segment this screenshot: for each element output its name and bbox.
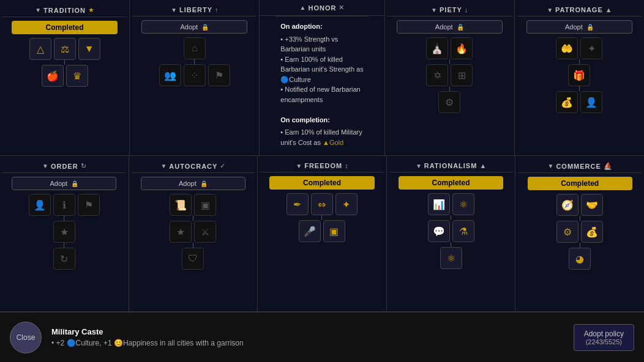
commerce-star: ⛵	[604, 162, 612, 170]
honor-arrow: ▲	[300, 4, 306, 11]
bottom-bar: Close Military Caste • +2 🔵Culture, +1 😊…	[0, 312, 644, 362]
panel-piety: ▼ PIETY ↓ Adopt 🔒 ⛪ 🔥 ✡ ⊞	[385, 0, 515, 155]
freedom-icon-box: ▣	[323, 220, 345, 242]
commerce-tree: 🧭 🤝 ⚙ 💰 ◕	[518, 194, 642, 270]
liberty-lock-icon: 🔒	[201, 24, 209, 31]
freedom-icon-mic: 🎤	[299, 220, 321, 242]
autocracy-lock-icon: 🔒	[200, 180, 208, 187]
order-bottom-icons: ↻	[53, 248, 75, 270]
order-icon-info: ℹ	[53, 194, 75, 216]
happy-icon: 😊	[114, 339, 123, 347]
rationalism-icon-flask: ⚗	[452, 220, 474, 242]
culture-icon: 🔵	[67, 339, 76, 347]
commerce-completed-btn[interactable]: Completed	[528, 177, 632, 190]
policy-info: Military Caste • +2 🔵Culture, +1 😊Happin…	[51, 327, 564, 347]
patronage-vline2	[579, 86, 580, 91]
patronage-header: ▼ PATRONAGE ▲	[517, 4, 642, 17]
liberty-icon-people: 👥	[159, 64, 181, 86]
autocracy-adopt-btn[interactable]: Adopt 🔒	[141, 177, 245, 190]
tradition-icon-shield: ▼	[78, 38, 100, 60]
autocracy-top-icons: 📜 ▣	[170, 194, 216, 216]
piety-vline2	[449, 86, 450, 91]
liberty-icon-flag: ⚑	[208, 64, 230, 86]
freedom-icon-people: ⇔	[311, 193, 333, 215]
commerce-icon-compass: 🧭	[556, 194, 578, 216]
policy-name: Military Caste	[51, 327, 564, 336]
tradition-icon-pyramid: △	[29, 38, 51, 60]
piety-icon-star: ✡	[426, 64, 448, 86]
patronage-lock-icon: 🔒	[586, 24, 594, 31]
freedom-icon-network: ✦	[335, 193, 358, 215]
autocracy-icon-scroll: 📜	[170, 194, 192, 216]
close-button[interactable]: Close	[10, 322, 42, 353]
patronage-adopt-btn[interactable]: Adopt 🔒	[526, 20, 632, 34]
adopt-policy-button[interactable]: Adopt policy (2243/5525)	[574, 324, 634, 351]
rationalism-top-icons: 📊 ⚛	[428, 193, 474, 215]
order-adopt-label: Adopt	[50, 180, 67, 187]
patronage-tree: 🤲 ✦ 🎁 💰 👤	[517, 37, 642, 113]
autocracy-icon-star: ★	[170, 221, 192, 243]
rationalism-mid-icons: 💬 ⚗	[428, 220, 474, 242]
liberty-adopt-btn[interactable]: Adopt 🔒	[141, 20, 247, 34]
order-adopt-btn[interactable]: Adopt 🔒	[12, 177, 116, 190]
commerce-arrow: ▼	[548, 163, 554, 169]
tradition-star: ★	[88, 6, 94, 14]
piety-top-icons: ⛪ 🔥	[426, 37, 473, 59]
commerce-icon-handshake: 🤝	[581, 194, 603, 216]
liberty-title: LIBERTY	[179, 6, 212, 13]
adopt-policy-label: Adopt policy	[584, 330, 624, 338]
piety-star: ↓	[465, 6, 468, 13]
liberty-icon-dots: ⁘	[184, 64, 206, 86]
bottom-policy-row: ▼ ORDER ↻ Adopt 🔒 👤 ℹ ⚑ ★	[0, 156, 644, 312]
rationalism-header: ▼ RATIONALISM ▲	[389, 160, 513, 172]
piety-mid-icons: ✡ ⊞	[426, 64, 473, 86]
order-header: ▼ ORDER ↻	[2, 160, 126, 173]
rationalism-vline2	[451, 242, 451, 247]
autocracy-icon-shield: 🛡	[182, 248, 204, 270]
autocracy-icon-badge: ▣	[194, 194, 216, 216]
piety-icon-temple: ⛪	[426, 37, 448, 59]
tradition-title: TRADITION	[43, 7, 86, 14]
patronage-star: ▲	[605, 6, 612, 13]
freedom-arrow: ▼	[296, 163, 302, 169]
order-icon-person: 👤	[29, 194, 51, 216]
freedom-top-icons: ✒ ⇔ ✦	[286, 193, 358, 215]
policy-area: ▼ TRADITION ★ Completed △ ⚖ ▼ 🍎 ♛	[0, 0, 644, 312]
piety-icon-gear2: ⚙	[438, 91, 460, 113]
patronage-title: PATRONAGE	[555, 6, 603, 13]
panel-liberty: ▼ LIBERTY ↑ Adopt 🔒 ⌂ 👥 ⁘ ⚑	[130, 0, 260, 155]
commerce-bottom-icons: ◕	[569, 248, 591, 270]
autocracy-vline	[193, 216, 193, 221]
completion-title: On completion:	[280, 115, 363, 125]
commerce-icon-pie: ◕	[569, 248, 591, 270]
panel-tradition: ▼ TRADITION ★ Completed △ ⚖ ▼ 🍎 ♛	[0, 0, 130, 155]
freedom-completed-btn[interactable]: Completed	[269, 176, 374, 190]
tradition-completed-btn[interactable]: Completed	[12, 21, 118, 34]
patronage-icon-sparkle: ✦	[580, 37, 602, 59]
tradition-top-icons: △ ⚖ ▼	[29, 38, 100, 60]
rationalism-star: ▲	[479, 162, 486, 169]
tradition-vline	[64, 60, 65, 65]
freedom-icon-quill: ✒	[286, 193, 309, 215]
adopt-policy-cost: (2243/5525)	[584, 338, 624, 345]
rationalism-completed-btn[interactable]: Completed	[399, 176, 503, 190]
patronage-top-icons: 🤲 ✦	[556, 37, 602, 59]
top-policy-row: ▼ TRADITION ★ Completed △ ⚖ ▼ 🍎 ♛	[0, 0, 644, 156]
order-star: ↻	[81, 162, 86, 170]
honor-header: ▲ HONOR ✕	[260, 0, 384, 16]
autocracy-adopt-label: Adopt	[179, 180, 197, 187]
autocracy-vline2	[193, 243, 193, 248]
autocracy-title: AUTOCRACY	[169, 163, 217, 170]
liberty-star: ↑	[215, 6, 219, 13]
autocracy-icon-sword: ⚔	[194, 221, 216, 243]
piety-arrow: ▼	[431, 7, 437, 13]
piety-icon-grid: ⊞	[451, 64, 473, 86]
freedom-bottom-icons: 🎤 ▣	[299, 220, 345, 242]
liberty-top-icons: ⌂	[184, 37, 206, 59]
piety-adopt-btn[interactable]: Adopt 🔒	[397, 20, 503, 34]
rationalism-bottom-icons: ⚛	[440, 247, 462, 269]
panel-patronage: ▼ PATRONAGE ▲ Adopt 🔒 🤲 ✦ 🎁 💰	[515, 0, 644, 155]
autocracy-header: ▼ AUTOCRACY ✓	[132, 160, 255, 173]
order-arrow: ▼	[42, 163, 48, 169]
patronage-adopt-label: Adopt	[565, 23, 583, 31]
